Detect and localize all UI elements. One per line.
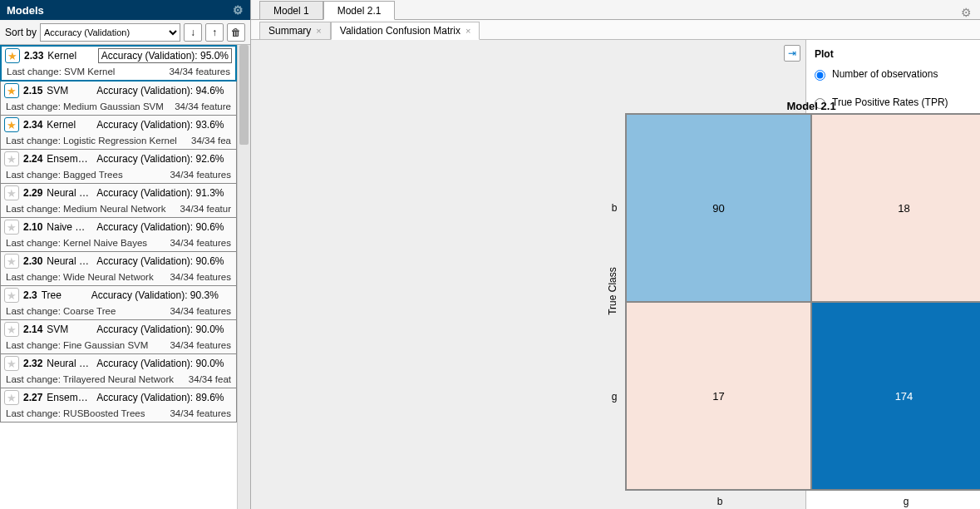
model-accuracy: Accuracy (Validation): 92.6%	[96, 153, 233, 165]
model-item[interactable]: ★2.32Neural …Accuracy (Validation): 90.0…	[0, 354, 237, 388]
model-item[interactable]: ★2.33KernelAccuracy (Validation): 95.0%L…	[0, 45, 237, 82]
cm-cell-g-b: 17	[626, 302, 811, 490]
model-id: 2.34	[23, 119, 42, 131]
model-item[interactable]: ★2.29Neural …Accuracy (Validation): 91.3…	[0, 184, 237, 218]
model-id: 2.29	[23, 187, 42, 199]
model-name: Neural …	[47, 255, 92, 267]
sort-desc-button[interactable]: ↓	[184, 23, 202, 42]
model-accuracy: Accuracy (Validation): 90.0%	[96, 324, 233, 335]
model-accuracy: Accuracy (Validation): 93.6%	[96, 119, 233, 131]
model-item[interactable]: ★2.34KernelAccuracy (Validation): 93.6%L…	[0, 116, 237, 150]
main-area: Model 1 Model 2.1 ⚙ Summary× Validation …	[251, 0, 980, 509]
tab-confusion-matrix[interactable]: Validation Confusion Matrix×	[331, 22, 480, 40]
tab-model-1[interactable]: Model 1	[259, 1, 323, 20]
chart-title: Model 2.1	[625, 90, 980, 112]
model-last-change: Last change: Trilayered Neural Network	[6, 374, 184, 384]
model-name: Naive …	[47, 221, 92, 233]
model-item[interactable]: ★2.27Ensem…Accuracy (Validation): 89.6%L…	[0, 388, 237, 423]
model-features: 34/34 feat	[189, 374, 231, 384]
model-accuracy: Accuracy (Validation): 90.3%	[91, 289, 233, 301]
model-last-change: Last change: Medium Neural Network	[6, 204, 175, 214]
view-tabs: Summary× Validation Confusion Matrix×	[251, 20, 980, 40]
model-last-change: Last change: Bagged Trees	[6, 170, 165, 180]
star-icon[interactable]: ★	[4, 254, 19, 269]
tab-model-2-1[interactable]: Model 2.1	[323, 1, 396, 20]
model-features: 34/34 features	[170, 170, 231, 180]
gear-icon[interactable]: ⚙	[961, 6, 972, 19]
confusion-matrix: 90 18 17 174	[625, 113, 980, 491]
model-item[interactable]: ★2.15SVMAccuracy (Validation): 94.6%Last…	[0, 82, 237, 116]
cm-cell-g-g: 174	[811, 302, 980, 490]
sort-asc-button[interactable]: ↑	[205, 23, 224, 42]
chart-area: ⇥ Model 2.1 90 18 17 174 True Class Pred…	[251, 40, 805, 509]
expand-icon[interactable]: ⇥	[784, 45, 800, 62]
close-icon[interactable]: ×	[316, 26, 321, 36]
star-icon[interactable]: ★	[4, 356, 19, 371]
model-accuracy: Accuracy (Validation): 95.0%	[98, 48, 232, 63]
sort-label: Sort by	[5, 27, 37, 38]
model-features: 34/34 features	[170, 306, 231, 316]
model-features: 34/34 featur	[180, 204, 231, 214]
model-accuracy: Accuracy (Validation): 90.0%	[96, 358, 233, 369]
model-features: 34/34 features	[169, 67, 230, 77]
model-last-change: Last change: Kernel Naive Bayes	[6, 238, 165, 248]
model-id: 2.30	[23, 255, 42, 267]
model-id: 2.24	[23, 153, 42, 165]
model-features: 34/34 fea	[191, 136, 231, 146]
model-last-change: Last change: Medium Gaussian SVM	[6, 101, 170, 111]
star-icon[interactable]: ★	[5, 48, 20, 63]
scrollbar[interactable]	[237, 45, 250, 509]
model-name: Neural …	[47, 358, 92, 369]
model-item[interactable]: ★2.14SVMAccuracy (Validation): 90.0%Last…	[0, 320, 237, 354]
cm-cell-b-b: 90	[626, 114, 811, 302]
model-id: 2.15	[23, 85, 42, 96]
model-item[interactable]: ★2.10Naive …Accuracy (Validation): 90.6%…	[0, 218, 237, 252]
star-icon[interactable]: ★	[4, 390, 19, 405]
model-item[interactable]: ★2.24Ensem…Accuracy (Validation): 92.6%L…	[0, 150, 237, 184]
star-icon[interactable]: ★	[4, 322, 19, 337]
model-name: Kernel	[47, 119, 92, 131]
model-accuracy: Accuracy (Validation): 90.6%	[96, 255, 233, 267]
sidebar-title: Models	[7, 4, 44, 17]
model-item[interactable]: ★2.30Neural …Accuracy (Validation): 90.6…	[0, 252, 237, 286]
model-list: ★2.33KernelAccuracy (Validation): 95.0%L…	[0, 45, 250, 509]
star-icon[interactable]: ★	[4, 220, 19, 235]
x-tick-b: b	[712, 496, 728, 507]
model-id: 2.32	[23, 358, 42, 369]
model-features: 34/34 features	[170, 340, 231, 350]
star-icon[interactable]: ★	[4, 151, 19, 166]
sidebar-toolbar: Sort by Accuracy (Validation) ↓ ↑ 🗑	[0, 20, 250, 45]
model-id: 2.14	[23, 324, 42, 335]
model-accuracy: Accuracy (Validation): 90.6%	[96, 221, 233, 233]
model-item[interactable]: ★2.3TreeAccuracy (Validation): 90.3%Last…	[0, 286, 237, 320]
model-last-change: Last change: SVM Kernel	[7, 67, 164, 77]
model-name: Ensem…	[47, 392, 92, 403]
delete-button[interactable]: 🗑	[227, 23, 245, 42]
cm-cell-b-g: 18	[811, 114, 980, 302]
model-name: Kernel	[47, 50, 93, 62]
sort-select[interactable]: Accuracy (Validation)	[40, 23, 180, 42]
model-last-change: Last change: Fine Gaussian SVM	[6, 340, 165, 350]
model-last-change: Last change: Logistic Regression Kernel	[6, 136, 186, 146]
star-icon[interactable]: ★	[4, 117, 19, 132]
gear-icon[interactable]: ⚙	[233, 3, 244, 17]
model-features: 34/34 features	[170, 408, 231, 418]
star-icon[interactable]: ★	[4, 288, 19, 303]
model-accuracy: Accuracy (Validation): 89.6%	[96, 392, 233, 403]
model-name: SVM	[47, 85, 92, 96]
model-name: Ensem…	[47, 153, 92, 165]
tab-summary[interactable]: Summary×	[259, 22, 331, 40]
model-accuracy: Accuracy (Validation): 94.6%	[96, 85, 233, 96]
model-features: 34/34 feature	[175, 101, 231, 111]
scroll-thumb[interactable]	[239, 45, 249, 145]
model-name: Neural …	[47, 187, 92, 199]
star-icon[interactable]: ★	[4, 83, 19, 98]
close-icon[interactable]: ×	[465, 26, 470, 36]
y-tick-g: g	[608, 391, 620, 403]
y-tick-b: b	[608, 202, 620, 214]
model-last-change: Last change: Coarse Tree	[6, 306, 165, 316]
model-features: 34/34 features	[170, 272, 231, 282]
model-name: Tree	[42, 289, 87, 301]
star-icon[interactable]: ★	[4, 185, 19, 200]
y-axis-label: True Class	[607, 267, 618, 315]
